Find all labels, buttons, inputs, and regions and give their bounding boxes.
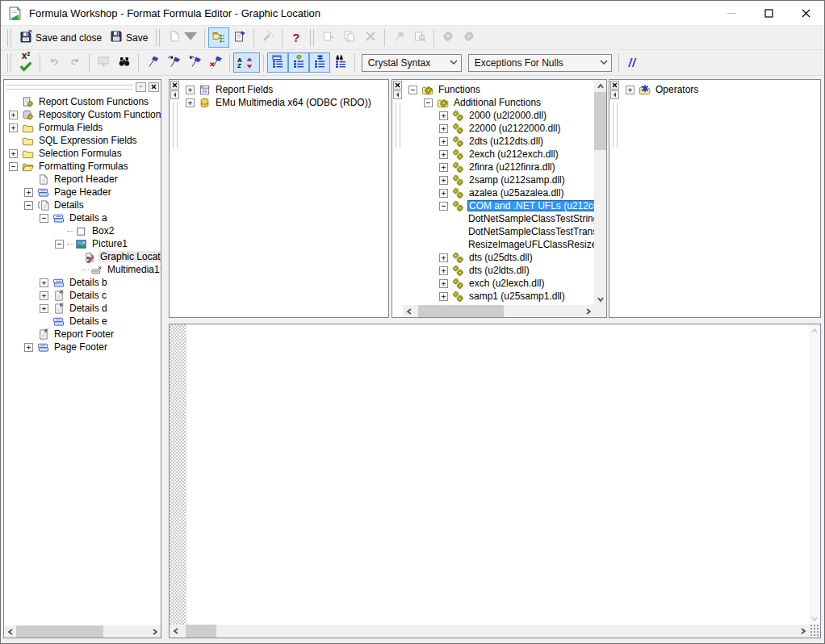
collapse-minus-icon[interactable]: −: [439, 202, 448, 211]
expand-plus-icon[interactable]: +: [439, 124, 448, 133]
sort-trees-button[interactable]: AZ: [233, 52, 260, 73]
scroll-right-icon[interactable]: [149, 625, 161, 638]
workshop-tree-hscrollbar[interactable]: [4, 625, 161, 638]
next-bookmark-button[interactable]: [163, 52, 184, 73]
tree-item[interactable]: −Picture1: [4, 237, 161, 250]
tree-item[interactable]: SQL Expression Fields: [4, 134, 161, 147]
collapse-minus-icon[interactable]: −: [9, 162, 18, 171]
toggle-bookmark-button[interactable]: [142, 52, 163, 73]
tree-item[interactable]: +22000 (u2122000.dll): [404, 122, 594, 135]
tree-item[interactable]: −Functions: [404, 83, 594, 96]
add-to-repository-button[interactable]: [438, 27, 459, 48]
tree-item[interactable]: +dts (u2ldts.dll): [404, 264, 594, 277]
tree-item[interactable]: +dts (u25dts.dll): [404, 251, 594, 264]
panel-close-button[interactable]: [393, 81, 402, 90]
editor-hscrollbar[interactable]: [170, 625, 809, 638]
collapse-minus-icon[interactable]: −: [40, 214, 48, 223]
expand-plus-icon[interactable]: +: [186, 98, 195, 107]
expand-plus-icon[interactable]: +: [439, 292, 448, 301]
panel-collapse-left-button[interactable]: [170, 90, 179, 99]
tree-item[interactable]: Box2: [4, 224, 161, 237]
editor-vscrollbar[interactable]: [809, 324, 820, 625]
toolbar-gripper[interactable]: [310, 29, 314, 47]
scrollbar-thumb[interactable]: [418, 305, 504, 317]
tree-item[interactable]: −COM and .NET UFLs (u212com: [404, 199, 594, 212]
panel-collapse-left-button[interactable]: [610, 90, 619, 99]
collapse-minus-icon[interactable]: −: [55, 240, 64, 249]
scrollbar-thumb[interactable]: [186, 625, 216, 638]
scroll-left-icon[interactable]: [403, 305, 415, 317]
tree-item[interactable]: DotNetSampleClassTestTransla: [404, 225, 594, 238]
toolbar-gripper[interactable]: [7, 29, 11, 47]
toggle-function-tree-button[interactable]: [288, 52, 309, 73]
expand-plus-icon[interactable]: +: [9, 123, 18, 132]
expand-plus-icon[interactable]: +: [439, 266, 448, 275]
panel-gripper[interactable]: [6, 85, 133, 90]
tree-item[interactable]: [404, 303, 594, 304]
browse-data-button[interactable]: [93, 52, 114, 73]
tree-item[interactable]: +2samp (u212samp.dll): [404, 174, 594, 186]
tree-item[interactable]: Multimedia1: emulti: [4, 263, 161, 276]
scroll-up-icon[interactable]: [809, 324, 821, 337]
tree-item[interactable]: Report Custom Functions: [4, 95, 161, 108]
find-in-formulas-button[interactable]: [330, 52, 351, 73]
tree-item[interactable]: +Page Header: [4, 186, 161, 199]
expand-plus-icon[interactable]: +: [186, 86, 195, 94]
tree-item[interactable]: −Details a: [4, 211, 161, 224]
tree-item[interactable]: +Details d: [4, 302, 161, 315]
panel-close-button[interactable]: [610, 81, 619, 90]
scroll-left-icon[interactable]: [4, 625, 16, 638]
tree-item[interactable]: +azalea (u25azalea.dll): [404, 186, 594, 199]
tree-item[interactable]: +Page Footer: [4, 341, 161, 353]
toggle-operator-tree-button[interactable]: [309, 52, 330, 73]
scroll-up-icon[interactable]: [594, 80, 606, 92]
tree-item[interactable]: +EMu Multimedia x64 (ODBC (RDO)): [181, 96, 387, 109]
redo-button[interactable]: [65, 52, 86, 73]
tree-item[interactable]: +2dts (u212dts.dll): [404, 135, 594, 148]
panel-close-button[interactable]: [149, 82, 159, 92]
new-formula-button[interactable]: [164, 27, 201, 48]
scroll-down-icon[interactable]: [809, 613, 821, 625]
tree-item[interactable]: +Formula Fields: [4, 121, 161, 134]
save-button[interactable]: Save: [106, 27, 152, 48]
tree-item[interactable]: +2exch (u212exch.dll): [404, 148, 594, 161]
tree-item[interactable]: Report Header: [4, 173, 161, 186]
tree-item[interactable]: +exch (u2lexch.dll): [404, 277, 594, 290]
null-handling-combobox[interactable]: Exceptions For Nulls: [468, 54, 612, 72]
tree-item[interactable]: +Details b: [4, 276, 161, 289]
expand-plus-icon[interactable]: +: [40, 304, 48, 313]
delete-node-button[interactable]: [360, 27, 381, 48]
tree-item[interactable]: −Details: [4, 199, 161, 211]
find-button[interactable]: [114, 52, 135, 73]
toolbar-gripper[interactable]: [156, 29, 160, 47]
previous-bookmark-button[interactable]: [184, 52, 205, 73]
expand-plus-icon[interactable]: +: [9, 111, 18, 119]
tree-item[interactable]: +2finra (u212finra.dll): [404, 161, 594, 174]
duplicate-node-button[interactable]: [339, 27, 360, 48]
expand-plus-icon[interactable]: +: [439, 137, 448, 146]
tree-item[interactable]: DotNetSampleClassTestStringL: [404, 212, 594, 225]
comment-button[interactable]: //: [622, 52, 643, 73]
scroll-down-icon[interactable]: [594, 293, 606, 305]
collapse-minus-icon[interactable]: −: [408, 86, 417, 94]
toggle-workshop-tree-button[interactable]: [208, 27, 229, 48]
toolbar-gripper[interactable]: [7, 54, 11, 72]
collapse-minus-icon[interactable]: −: [24, 201, 33, 210]
collapse-minus-icon[interactable]: −: [424, 98, 433, 107]
tree-item[interactable]: +Selection Formulas: [4, 147, 161, 160]
tree-item[interactable]: ResizeImageUFLClassResizeIm: [404, 238, 594, 251]
panel-collapse-left-button[interactable]: [393, 90, 402, 99]
expand-plus-icon[interactable]: +: [439, 111, 448, 120]
tree-item[interactable]: +Details c: [4, 289, 161, 302]
tree-item[interactable]: −Additional Functions: [404, 96, 594, 109]
tree-item[interactable]: Report Footer: [4, 328, 161, 341]
update-repository-button[interactable]: [459, 27, 480, 48]
close-button[interactable]: [787, 1, 824, 25]
scroll-right-icon[interactable]: [797, 625, 809, 638]
help-button[interactable]: ?: [286, 27, 306, 48]
expand-plus-icon[interactable]: +: [40, 278, 48, 287]
panel-close-button[interactable]: [170, 81, 179, 90]
panel-gripper[interactable]: [173, 102, 178, 148]
tree-item[interactable]: +samp1 (u25samp1.dll): [404, 290, 594, 303]
tree-item[interactable]: +Repository Custom Functions: [4, 108, 161, 121]
